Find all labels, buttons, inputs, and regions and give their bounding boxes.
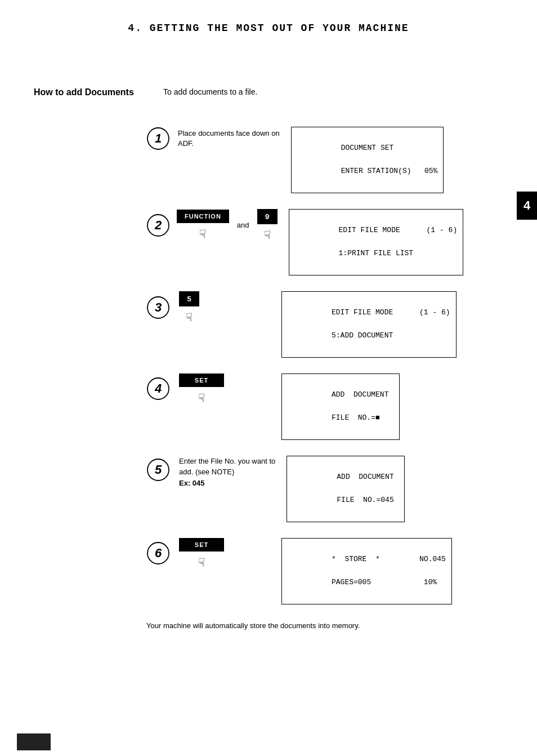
step-5-lcd: ADD DOCUMENT FILE NO.=045 (287, 456, 405, 522)
step-4-btn-area: SET ☟ (179, 373, 224, 404)
step-6-right: * STORE * NO.045 PAGES=005 10% (270, 538, 452, 604)
step-4-lcd: ADD DOCUMENT FILE NO.=■ (281, 373, 400, 440)
step-2-btn2-area: 9 ☟ (257, 209, 278, 242)
step-4: 4 SET ☟ ADD DOCUMENT FILE NO.=■ (146, 373, 512, 440)
step-2: 2 FUNCTION ☟ and 9 ☟ EDIT FILE MODE (1 -… (146, 209, 512, 275)
step-4-lcd-line2: FILE NO.=■ (332, 413, 380, 422)
function-button[interactable]: FUNCTION (177, 210, 229, 223)
intro-text: To add documents to a file. (163, 87, 257, 96)
step-3-lcd: EDIT FILE MODE (1 - 6) 5:ADD DOCUMENT (281, 291, 457, 358)
set-button-4[interactable]: SET (179, 373, 224, 387)
step-5-lcd-line2: FILE NO.=045 (337, 496, 393, 504)
step-3-badge: 3 (146, 296, 170, 319)
step-1-lcd: DOCUMENT SET ENTER STATION(S) 05% (291, 127, 444, 193)
number-9-button[interactable]: 9 (257, 209, 278, 224)
step-4-badge: 4 (146, 377, 170, 401)
step-6-badge: 6 (146, 541, 170, 565)
step-1-number: 1 (155, 132, 162, 145)
step-3-right: EDIT FILE MODE (1 - 6) 5:ADD DOCUMENT (270, 291, 457, 358)
step-4-lcd-line1: ADD DOCUMENT (332, 390, 388, 399)
footer-note: Your machine will automatically store th… (146, 620, 512, 632)
step-2-btn-area: FUNCTION ☟ (177, 210, 229, 241)
step-1-right: DOCUMENT SET ENTER STATION(S) 05% (280, 127, 444, 193)
set-button-6[interactable]: SET (179, 538, 224, 552)
hand-icon-4: ☟ (198, 391, 205, 404)
step-4-right: ADD DOCUMENT FILE NO.=■ (270, 373, 400, 440)
step-6-lcd-line1: * STORE * NO.045 (332, 555, 446, 563)
step-2-lcd: EDIT FILE MODE (1 - 6) 1:PRINT FILE LIST (289, 209, 464, 275)
step-5: 5 Enter the File No. you want to add. (s… (146, 456, 512, 522)
step-3-left: 3 5 ☟ (146, 291, 270, 324)
step-1-lcd-line2: ENTER STATION(S) 05% (341, 167, 438, 175)
step-6-btn-area: SET ☟ (179, 538, 224, 569)
hand-icon-6: ☟ (198, 555, 205, 569)
step-5-lcd-line1: ADD DOCUMENT (337, 473, 393, 481)
step-1-desc: Place documents face down onADF. (178, 128, 280, 149)
step-5-desc: Enter the File No. you want to add. (see… (179, 456, 275, 489)
step-3-btn-area: 5 ☟ (179, 291, 199, 324)
step-1-lcd-line1: DOCUMENT SET (341, 144, 394, 152)
step-5-number: 5 (155, 464, 162, 476)
step-2-number: 2 (155, 219, 162, 232)
step-6-left: 6 SET ☟ (146, 538, 270, 569)
step-2-right: EDIT FILE MODE (1 - 6) 1:PRINT FILE LIST (278, 209, 464, 275)
step-4-number: 4 (155, 383, 162, 395)
page: 4. GETTING THE MOST OUT OF YOUR MACHINE … (0, 0, 537, 756)
step-6-number: 6 (155, 547, 162, 559)
step-5-badge: 5 (146, 458, 170, 482)
step-2-badge: 2 (146, 214, 170, 237)
hand-icon-2: ☟ (199, 227, 206, 241)
step-1: 1 Place documents face down onADF. DOCUM… (146, 127, 512, 193)
step-6-lcd: * STORE * NO.045 PAGES=005 10% (281, 538, 452, 604)
hand-icon-3: ☟ (186, 310, 193, 324)
step-5-left: 5 Enter the File No. you want to add. (s… (146, 456, 275, 489)
step-1-left: 1 Place documents face down onADF. (146, 127, 280, 150)
page-header: 4. GETTING THE MOST OUT OF YOUR MACHINE (34, 23, 503, 34)
step-1-badge: 1 (146, 127, 170, 150)
hand-icon-2b: ☟ (264, 228, 271, 242)
step-2-left: 2 FUNCTION ☟ and 9 ☟ (146, 209, 278, 242)
step-3-lcd-line1: EDIT FILE MODE (1 - 6) (332, 308, 450, 317)
step-5-right: ADD DOCUMENT FILE NO.=045 (275, 456, 405, 522)
step-3-number: 3 (155, 301, 162, 314)
steps-area: 1 Place documents face down onADF. DOCUM… (146, 104, 512, 632)
step-2-lcd-line1: EDIT FILE MODE (1 - 6) (339, 226, 458, 234)
step-6-lcd-line2: PAGES=005 10% (332, 578, 437, 586)
page-bottom-artifact (17, 733, 51, 750)
section-title: How to add Documents (34, 87, 134, 97)
step-4-left: 4 SET ☟ (146, 373, 270, 404)
step-3-lcd-line2: 5:ADD DOCUMENT (332, 331, 393, 340)
step-2-lcd-line2: 1:PRINT FILE LIST (339, 249, 414, 257)
and-text-2: and (237, 221, 249, 229)
side-tab: 4 (517, 192, 537, 220)
number-5-button[interactable]: 5 (179, 291, 199, 306)
step-3: 3 5 ☟ EDIT FILE MODE (1 - 6) 5:ADD DOCUM… (146, 291, 512, 358)
step-6: 6 SET ☟ * STORE * NO.045 PAGES=005 10% (146, 538, 512, 604)
